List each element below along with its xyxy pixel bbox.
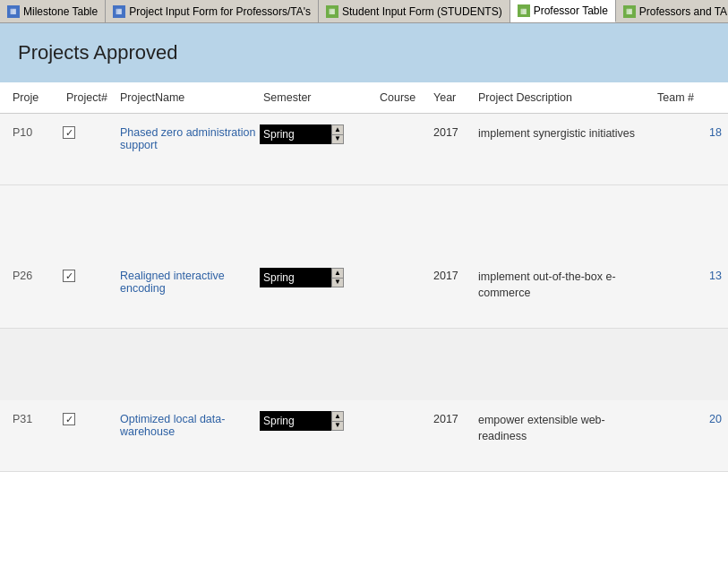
row2-project-name: Realigned interactive encoding	[116, 268, 260, 296]
row3-year: 2017	[430, 411, 475, 427]
row2-project-id: P26	[9, 268, 63, 284]
row3-course	[376, 411, 430, 415]
row2-year: 2017	[430, 268, 475, 284]
row1-checkbox[interactable]: ✓	[63, 126, 75, 139]
row1-spinner: ▲ ▼	[331, 124, 344, 144]
column-headers: Proje Project# ProjectName Semester Cour…	[0, 82, 728, 114]
tab-milestone[interactable]: ▦ Milestone Table	[0, 0, 106, 22]
col-proj-id: Proje	[9, 90, 63, 106]
row1-semester-value: Spring	[263, 128, 295, 141]
col-description: Project Description	[475, 90, 654, 106]
row1-semester-wrapper: Spring ▲ ▼	[260, 124, 344, 144]
tab-professors-ta-label: Professors and TA	[639, 5, 727, 18]
row2-spin-down[interactable]: ▼	[332, 279, 343, 287]
row1-year: 2017	[430, 124, 475, 141]
table-row: P26 ✓ Realigned interactive encoding Spr…	[0, 257, 728, 329]
row3-semester-select: Spring ▲ ▼	[260, 411, 376, 431]
row1-course	[376, 124, 430, 128]
page-header: Projects Approved	[0, 23, 728, 82]
col-course: Course	[376, 90, 430, 106]
tab-professor-table-label: Professor Table	[534, 4, 608, 17]
row2-semester-box[interactable]: Spring	[260, 268, 331, 287]
row2-checkbox[interactable]: ✓	[63, 270, 75, 282]
empty-space-1	[0, 185, 728, 257]
row3-spin-up[interactable]: ▲	[332, 412, 343, 422]
col-team: Team #	[654, 90, 725, 106]
row3-project-id: P31	[9, 411, 63, 427]
row3-semester-value: Spring	[263, 415, 295, 427]
row3-spin-down[interactable]: ▼	[332, 422, 343, 431]
table-row: P10 ✓ Phased zero administration support…	[0, 114, 728, 185]
student-icon: ▦	[326, 5, 338, 18]
row3-checkbox[interactable]: ✓	[63, 413, 75, 425]
tab-student-input-label: Student Input Form (STUDENTS)	[342, 5, 502, 18]
row2-team: 13	[654, 268, 725, 284]
main-content: Projects Approved Proje Project# Project…	[0, 23, 728, 472]
tab-bar: ▦ Milestone Table ▦ Project Input Form f…	[0, 0, 728, 23]
professor-icon: ▦	[518, 4, 530, 17]
row1-semester-select: Spring ▲ ▼	[260, 124, 376, 144]
tab-professor-table[interactable]: ▦ Professor Table	[510, 0, 616, 22]
col-year: Year	[430, 90, 475, 106]
page-title: Projects Approved	[18, 41, 178, 64]
row2-spin-up[interactable]: ▲	[332, 269, 343, 279]
table-row: P31 ✓ Optimized local data-warehouse Spr…	[0, 400, 728, 472]
row1-description: implement synergistic initiatives	[475, 124, 654, 144]
row1-semester-box[interactable]: Spring	[260, 124, 331, 144]
col-project-num: Project#	[63, 90, 116, 106]
milestone-icon: ▦	[7, 5, 20, 18]
tab-professor-input-label: Project Input Form for Professors/TA's	[129, 5, 311, 18]
tab-student-input[interactable]: ▦ Student Input Form (STUDENTS)	[319, 0, 510, 22]
row3-spinner: ▲ ▼	[331, 411, 344, 431]
row2-spinner: ▲ ▼	[331, 268, 344, 287]
row2-checkbox-cell: ✓	[63, 268, 116, 282]
row3-semester-wrapper: Spring ▲ ▼	[260, 411, 344, 431]
tab-professor-input[interactable]: ▦ Project Input Form for Professors/TA's	[106, 0, 319, 22]
row3-checkbox-cell: ✓	[63, 411, 116, 425]
tab-professors-ta[interactable]: ▦ Professors and TA	[616, 0, 728, 22]
col-semester: Semester	[260, 90, 376, 106]
row1-spin-up[interactable]: ▲	[332, 125, 343, 135]
row2-description: implement out-of-the-box e-commerce	[475, 268, 654, 303]
tab-milestone-label: Milestone Table	[23, 5, 98, 18]
row1-spin-down[interactable]: ▼	[332, 135, 343, 144]
row2-semester-select: Spring ▲ ▼	[260, 268, 376, 287]
row1-project-id: P10	[9, 124, 63, 141]
row2-semester-wrapper: Spring ▲ ▼	[260, 268, 344, 287]
row3-description: empower extensible web-readiness	[475, 411, 654, 446]
professors-ta-icon: ▦	[623, 5, 636, 18]
row3-semester-box[interactable]: Spring	[260, 411, 331, 431]
row2-course	[376, 268, 430, 271]
col-project-name: ProjectName	[116, 90, 260, 106]
row1-project-name: Phased zero administration support	[116, 124, 260, 153]
row3-team: 20	[654, 411, 725, 427]
row3-project-name: Optimized local data-warehouse	[116, 411, 260, 440]
row1-checkbox-cell: ✓	[63, 124, 116, 139]
form-icon: ▦	[113, 5, 125, 18]
row1-team: 18	[654, 124, 725, 141]
empty-space-2	[0, 329, 728, 400]
row2-semester-value: Spring	[263, 271, 295, 284]
